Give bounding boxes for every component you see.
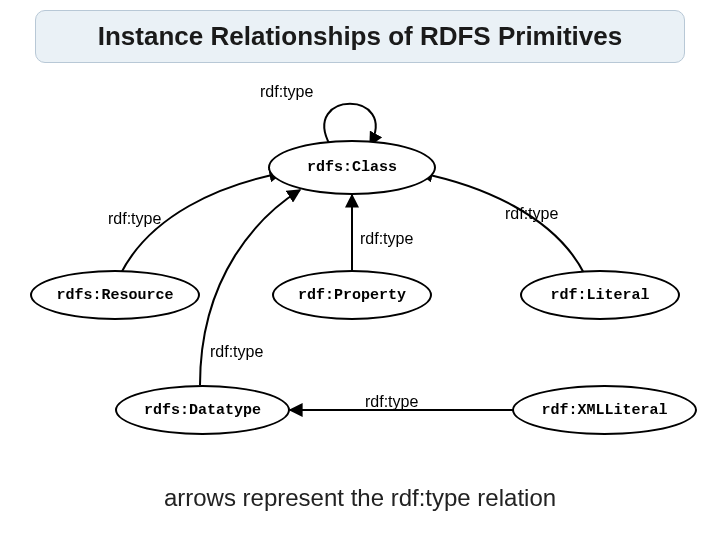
edge-literal-to-class bbox=[420, 173, 585, 275]
node-label: rdf:XMLLiteral bbox=[541, 402, 667, 419]
node-label: rdf:Literal bbox=[550, 287, 649, 304]
node-rdf-property: rdf:Property bbox=[272, 270, 432, 320]
page-title: Instance Relationships of RDFS Primitive… bbox=[56, 21, 664, 52]
diagram-canvas: rdfs:Class rdfs:Resource rdf:Property rd… bbox=[0, 75, 720, 480]
node-label: rdf:Property bbox=[298, 287, 406, 304]
node-rdfs-datatype: rdfs:Datatype bbox=[115, 385, 290, 435]
node-rdfs-resource: rdfs:Resource bbox=[30, 270, 200, 320]
edge-label-selfloop: rdf:type bbox=[260, 83, 313, 101]
node-label: rdfs:Resource bbox=[56, 287, 173, 304]
edge-label-literal: rdf:type bbox=[505, 205, 558, 223]
edge-class-selfloop bbox=[324, 104, 375, 145]
node-label: rdfs:Class bbox=[307, 159, 397, 176]
node-rdf-xmlliteral: rdf:XMLLiteral bbox=[512, 385, 697, 435]
node-rdf-literal: rdf:Literal bbox=[520, 270, 680, 320]
title-bar: Instance Relationships of RDFS Primitive… bbox=[35, 10, 685, 63]
edge-label-xmlliteral: rdf:type bbox=[365, 393, 418, 411]
edge-label-resource: rdf:type bbox=[108, 210, 161, 228]
edge-label-datatype: rdf:type bbox=[210, 343, 263, 361]
edge-label-property: rdf:type bbox=[360, 230, 413, 248]
node-rdfs-class: rdfs:Class bbox=[268, 140, 436, 195]
caption: arrows represent the rdf:type relation bbox=[0, 484, 720, 512]
node-label: rdfs:Datatype bbox=[144, 402, 261, 419]
